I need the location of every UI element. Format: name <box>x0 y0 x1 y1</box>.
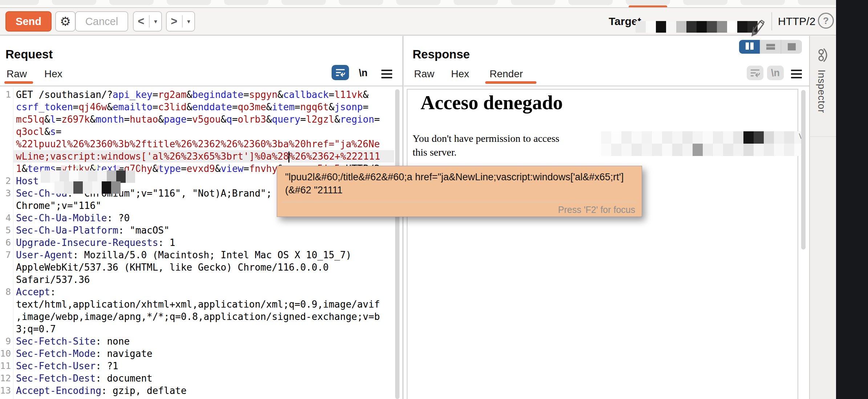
line-number: 2 <box>0 175 11 187</box>
layout-columns-button[interactable] <box>739 40 760 54</box>
response-menu-icon[interactable] <box>791 70 802 81</box>
tooltip-line: (&#62 "21111 <box>285 185 634 196</box>
gutter-divider <box>13 88 13 399</box>
request-editor-row: 14Accept-Language: zh-CN,zh;q=0.9,en;q=0… <box>0 397 394 399</box>
line-number: 11 <box>0 360 11 372</box>
layout-rows-button[interactable] <box>760 40 781 54</box>
request-editor-row: 9Sec-Fetch-Site: none <box>0 335 394 347</box>
tab-response-raw[interactable]: Raw <box>414 68 434 80</box>
decoded-value-tooltip: "lpuu2l&#60;/title&#62&#60;a href="ja&Ne… <box>277 166 642 217</box>
top-tab[interactable] <box>396 0 441 5</box>
top-tab-bar <box>0 0 836 8</box>
line-number <box>0 310 11 323</box>
panel-resize-divider[interactable] <box>402 36 403 399</box>
top-tab[interactable] <box>454 0 498 5</box>
line-number: 8 <box>0 286 11 298</box>
help-icon[interactable]: ? <box>818 13 834 29</box>
wrap-lines-toggle[interactable] <box>332 65 349 80</box>
back-history-button[interactable]: < ▾ <box>133 11 162 32</box>
request-editor-row: 7User-Agent: Mozilla/5.0 (Macintosh; Int… <box>0 249 394 261</box>
response-selected-tab-indicator <box>485 81 536 84</box>
line-number <box>0 138 11 150</box>
line-number: 14 <box>0 397 11 399</box>
redaction-noise <box>61 165 65 169</box>
back-icon: < <box>138 15 144 28</box>
render-url-redacted <box>601 131 611 144</box>
request-menu-icon[interactable] <box>381 70 392 81</box>
line-number <box>0 163 11 175</box>
edit-pencil-icon[interactable] <box>748 19 765 37</box>
show-newlines-toggle-disabled[interactable]: \n <box>767 66 784 80</box>
top-tab[interactable] <box>798 0 842 5</box>
forward-history-button[interactable]: > ▾ <box>166 11 195 32</box>
tab-response-render[interactable]: Render <box>490 68 523 80</box>
request-scrollbar[interactable] <box>395 89 399 399</box>
top-tab[interactable] <box>741 0 785 5</box>
rows-icon <box>766 43 775 50</box>
single-pane-icon <box>788 43 796 50</box>
split-divider <box>182 15 183 28</box>
inspector-label: Inspector <box>816 70 827 113</box>
response-panel-title: Response <box>413 48 470 61</box>
request-panel-title: Request <box>5 48 53 61</box>
line-number <box>0 126 11 138</box>
chevron-down-icon[interactable]: ▾ <box>154 18 157 25</box>
line-number <box>0 273 11 286</box>
render-body-line: You don't have permission to access <box>413 133 559 144</box>
inspector-icon <box>814 46 832 65</box>
line-number <box>0 113 11 126</box>
line-number: 3 <box>0 187 11 200</box>
line-number <box>0 200 11 212</box>
top-tab[interactable] <box>0 0 39 5</box>
tab-response-hex[interactable]: Hex <box>451 68 469 80</box>
cancel-button[interactable]: Cancel <box>75 11 128 32</box>
wrap-icon <box>750 68 760 78</box>
tab-request-raw[interactable]: Raw <box>7 68 27 80</box>
request-editor-row: 3;q=0.7 <box>0 323 394 335</box>
tooltip-divider <box>282 202 637 202</box>
request-editor-row: 5Sec-Ch-Ua-Platform: "macOS" <box>0 224 394 236</box>
header-value-redacted <box>54 181 64 194</box>
toolbar-divider <box>771 12 772 30</box>
request-editor-row: 8Accept: <box>0 286 394 298</box>
request-editor-row: text/html,application/xhtml+xml,applicat… <box>0 298 394 310</box>
render-url-redacted <box>601 144 611 156</box>
window-background <box>836 0 868 399</box>
line-number <box>0 101 11 113</box>
show-newlines-toggle[interactable]: \n <box>359 67 368 79</box>
request-editor[interactable]: 1GET /southasian/?api_key=rg2am&begindat… <box>0 89 394 399</box>
top-tab[interactable] <box>167 0 211 5</box>
top-tab[interactable] <box>568 0 613 5</box>
chevron-down-icon[interactable]: ▾ <box>187 18 190 25</box>
send-button[interactable]: Send <box>5 11 52 32</box>
line-number: 4 <box>0 212 11 224</box>
top-tab[interactable] <box>281 0 326 5</box>
request-selected-tab-indicator <box>4 81 33 84</box>
request-editor-row: 12Sec-Fetch-Dest: document <box>0 372 394 384</box>
top-tab[interactable] <box>683 0 727 5</box>
request-editor-row: 11Sec-Fetch-User: ?1 <box>0 360 394 372</box>
request-editor-row: q3ocl&s= <box>0 126 394 138</box>
response-scrollbar[interactable] <box>801 90 806 250</box>
request-editor-row: 1GET /southasian/?api_key=rg2am&begindat… <box>0 89 394 101</box>
inspector-divider <box>809 136 836 137</box>
layout-single-button[interactable] <box>781 40 802 54</box>
line-number <box>0 150 11 163</box>
top-tab[interactable] <box>339 0 383 5</box>
tooltip-line: "lpuu2l&#60;/title&#62&#60;a href="ja&Ne… <box>285 172 634 183</box>
gear-icon[interactable]: ⚙ <box>55 11 76 32</box>
top-tab[interactable] <box>511 0 555 5</box>
top-tab[interactable] <box>52 0 96 5</box>
line-number: 9 <box>0 335 11 347</box>
tab-request-hex[interactable]: Hex <box>44 68 62 80</box>
top-tab[interactable] <box>626 0 670 5</box>
host-value-redacted <box>41 170 50 183</box>
top-tab[interactable] <box>224 0 268 5</box>
top-tab[interactable] <box>109 0 154 5</box>
protocol-label: HTTP/2 <box>778 11 815 32</box>
repeater-window: Send ⚙ Cancel < ▾ > ▾ Target HTTP/2 ? Re… <box>0 0 868 399</box>
line-number: 13 <box>0 384 11 397</box>
render-heading: Acceso denegado <box>421 91 563 114</box>
wrap-lines-toggle-disabled[interactable] <box>747 66 763 80</box>
line-number: 5 <box>0 224 11 236</box>
